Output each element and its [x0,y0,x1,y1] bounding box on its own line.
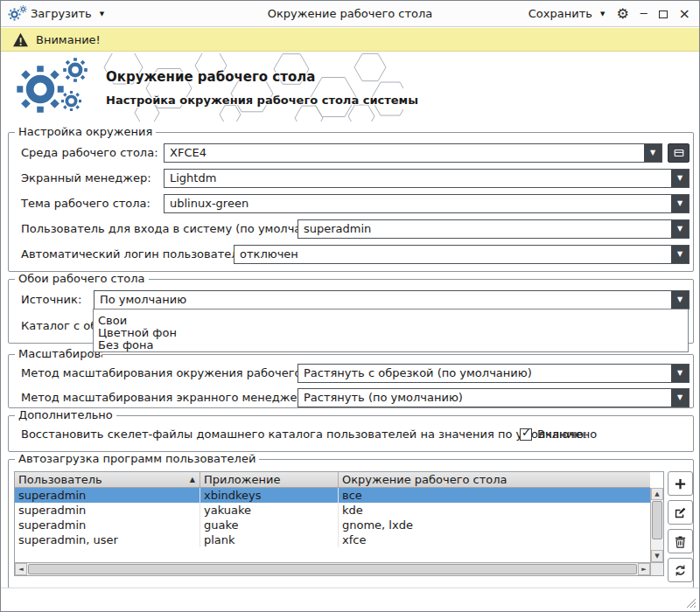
save-menu-button[interactable]: Сохранить ▼ [528,1,606,27]
dropdown-option[interactable]: Без фона [94,339,688,351]
combo-value: По умолчанию [100,291,669,309]
maximize-icon [659,10,668,18]
label-dm-scaling-method: Метод масштабирования экранного менеджер… [21,388,315,407]
dm-scaling-combobox[interactable]: Растянуть (по умолчанию) ▼ [298,388,690,407]
combo-dropdown-button[interactable]: ▼ [671,220,689,238]
cell-environment: kde [339,503,650,518]
combo-dropdown-button[interactable]: ▼ [671,291,689,309]
cell-application: guake [200,518,339,532]
window-title: Окружение рабочего стола [132,1,568,27]
desktop-environment-combobox[interactable]: XFCE4 ▼ [164,143,662,163]
app-logo-gears-icon [8,5,27,23]
scroll-left-button[interactable]: ◄ [15,563,27,575]
add-entry-button[interactable] [668,471,693,496]
cell-environment: gnome, lxde [339,518,650,532]
drive-icon [673,147,685,159]
group-title: Дополнительно [15,408,116,422]
combo-dropdown-button[interactable]: ▼ [671,170,689,187]
chevron-down-icon: ▼ [671,170,689,187]
combo-dropdown-button[interactable]: ▼ [671,246,689,263]
column-header-environment[interactable]: Окружение рабочего стола [339,472,650,487]
warning-triangle-icon [12,32,29,47]
group-title: Настройка окружения [15,125,156,139]
cell-user: superadmin [15,518,200,532]
wallpaper-source-combobox[interactable]: По умолчанию ▼ [94,290,690,309]
app-window: Загрузить ▼ Окружение рабочего стола Сох… [0,0,700,612]
close-button[interactable]: × [679,1,690,27]
combo-dropdown-button[interactable]: ▼ [671,365,689,382]
cell-application: plank [200,532,339,547]
column-header-application[interactable]: Приложение [200,472,339,487]
group-scaling: Масштабирование Метод масштабирования ок… [8,354,694,408]
label-desktop-scaling-method: Метод масштабирования окружения рабочего… [21,364,343,383]
pencil-icon [674,506,687,519]
horizontal-scrollbar-handle[interactable] [28,564,637,574]
sort-ascending-icon: ▲ [190,472,195,487]
combo-value: Растянуть (по умолчанию) [304,389,669,407]
delete-entry-button[interactable] [668,529,693,553]
display-manager-combobox[interactable]: Lightdm ▼ [164,169,690,188]
column-header-label: Пользователь [18,473,102,486]
column-header-user[interactable]: Пользователь ▲ [15,472,200,487]
group-title: Обои рабочего стола [15,272,149,286]
settings-gear-button[interactable]: ⚙ [616,1,628,27]
environment-list-button[interactable] [668,143,690,163]
arrow-right-icon: ► [639,564,649,574]
combo-value: XFCE4 [170,144,642,162]
scroll-down-button[interactable]: ▼ [651,550,663,562]
combo-dropdown-button[interactable]: ▼ [644,144,662,162]
label-wallpaper-source: Источник: [21,290,81,309]
scrollbar-corner [650,562,663,575]
dropdown-option[interactable]: Свои [94,315,688,327]
label-desktop-theme: Тема рабочего стола: [21,194,150,213]
auto-login-combobox[interactable]: отключен ▼ [234,245,690,264]
table-row[interactable]: superadmin yakuake kde [15,503,650,518]
combo-dropdown-button[interactable]: ▼ [671,389,689,407]
header-gears-logo-icon [13,55,97,118]
arrow-left-icon: ◄ [16,564,26,574]
horizontal-scrollbar[interactable]: ◄ ► [15,562,650,575]
table-row[interactable]: superadmin xbindkeys все [15,488,650,503]
chevron-down-icon: ▼ [644,144,662,162]
save-menu-label: Сохранить [528,7,592,20]
resize-grip[interactable] [686,598,696,609]
dropdown-option[interactable]: Цветной фон [94,327,688,339]
chevron-down-icon: ▼ [671,246,689,263]
label-desktop-environment: Среда рабочего стола: [21,143,158,163]
titlebar: Загрузить ▼ Окружение рабочего стола Сох… [1,1,699,27]
arrow-down-icon: ▼ [652,551,662,561]
combo-dropdown-button[interactable]: ▼ [671,195,689,212]
edit-entry-button[interactable] [668,500,693,525]
load-menu-label: Загрузить [31,7,92,20]
warning-text: Внимание! [36,28,101,52]
scroll-right-button[interactable]: ► [638,563,650,575]
maximize-button[interactable] [659,1,668,27]
column-header-label: Окружение рабочего стола [342,473,508,486]
refresh-icon [674,564,687,577]
group-title: Автозагрузка программ пользователей [15,452,259,466]
refresh-button[interactable] [668,558,693,582]
plus-icon [674,477,687,490]
load-menu-button[interactable]: Загрузить ▼ [31,1,104,27]
label-default-login-user: Пользователь для входа в систему (по умо… [21,219,334,239]
desktop-scaling-combobox[interactable]: Растянуть с обрезкой (по умолчанию) ▼ [298,364,690,383]
table-header: Пользователь ▲ Приложение Окружение рабо… [15,472,650,488]
chevron-down-icon: ▼ [671,365,689,382]
chevron-down-icon: ▼ [671,195,689,212]
table-row[interactable]: superadmin, user plank xfce [15,532,650,547]
scroll-up-button[interactable]: ▲ [651,488,663,500]
default-login-user-combobox[interactable]: superadmin ▼ [298,219,690,239]
vertical-scrollbar[interactable]: ▲ ▼ [650,488,663,562]
chevron-down-icon: ▼ [671,389,689,407]
desktop-theme-combobox[interactable]: ublinux-green ▼ [164,194,690,213]
vertical-scrollbar-handle[interactable] [652,501,662,539]
wallpaper-source-dropdown-popup: Свои Цветной фон Без фона [93,309,689,352]
trash-icon [674,535,687,548]
table-row[interactable]: superadmin guake gnome, lxde [15,518,650,532]
restore-skeleton-checkbox[interactable]: ✓ [520,428,532,441]
minimize-button[interactable]: ─ [640,1,648,27]
checkmark-icon: ✓ [522,427,531,439]
chevron-down-icon: ▼ [671,291,689,309]
combo-value: отключен [240,246,669,263]
warning-banner: Внимание! [1,28,699,52]
